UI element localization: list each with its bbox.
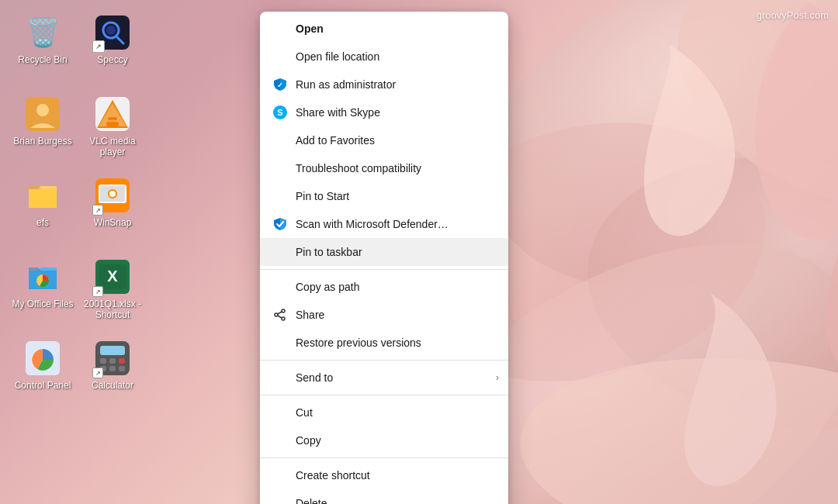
context-menu: Open Open file location ✓ Run as adminis… [260,12,508,504]
svg-rect-15 [106,122,119,126]
desktop-icon-my-office-files[interactable]: My Office Files [8,252,78,333]
desktop-icon-control-panel[interactable]: Control Panel [8,333,78,415]
desktop-icon-brian-burgess[interactable]: Brian Burgess [8,89,78,171]
desktop-icon-efs[interactable]: efs [8,171,78,252]
menu-item-restore-versions[interactable]: Restore previous versions [260,329,508,357]
svg-rect-31 [100,358,106,364]
icon-label-calculator: Calculator [92,380,133,391]
menu-item-copy[interactable]: Copy [260,426,508,454]
menu-item-troubleshoot[interactable]: Troubleshoot compatibility [260,154,508,182]
menu-icon-troubleshoot [272,161,288,176]
menu-item-pin-start[interactable]: Pin to Start [260,182,508,210]
desktop-icons: 🗑️ Recycle Bin ↗ Speccy [8,8,147,496]
icon-label-vlc: VLC media player [81,136,144,158]
icon-label-winsnap: WinSnap [94,217,132,228]
desktop-icon-vlc[interactable]: VLC media player [78,89,147,171]
icon-label-recycle-bin: Recycle Bin [18,54,67,65]
svg-rect-36 [119,366,125,371]
divider-1 [260,269,508,270]
svg-line-41 [278,312,282,314]
desktop: 🗑️ Recycle Bin ↗ Speccy [0,0,838,504]
menu-icon-share-skype: S [272,105,288,120]
menu-icon-create-shortcut [272,468,288,483]
desktop-icon-recycle-bin[interactable]: 🗑️ Recycle Bin [8,8,78,89]
icon-label-excel-shortcut: 2001Q1.xlsx - Shortcut [81,299,144,321]
desktop-icon-speccy[interactable]: ↗ Speccy [78,8,147,89]
menu-icon-send-to [272,370,288,385]
menu-icon-pin-start [272,188,288,204]
svg-point-9 [106,26,116,35]
desktop-icon-excel-shortcut[interactable]: X ↗ 2001Q1.xlsx - Shortcut [78,252,147,333]
svg-text:✓: ✓ [277,81,283,89]
menu-item-send-to[interactable]: Send to › [260,364,508,392]
svg-rect-22 [106,205,119,208]
menu-item-share-skype[interactable]: S Share with Skype [260,98,508,126]
svg-point-38 [282,309,285,312]
menu-icon-pin-taskbar [272,244,288,260]
submenu-arrow-send-to: › [496,372,499,383]
svg-point-11 [36,104,49,116]
svg-rect-33 [119,358,125,364]
desktop-icon-calculator[interactable]: ↗ Calculator [78,333,147,415]
menu-item-open-file-location[interactable]: Open file location [260,43,508,71]
svg-point-40 [275,313,278,316]
svg-rect-16 [108,117,117,120]
menu-item-open[interactable]: Open [260,15,508,43]
menu-item-run-as-admin[interactable]: ✓ Run as administrator [260,71,508,98]
icon-label-my-office-files: My Office Files [12,299,73,309]
divider-4 [260,457,508,458]
menu-icon-run-as-admin: ✓ [272,77,288,92]
menu-item-scan-defender[interactable]: Scan with Microsoft Defender… [260,210,508,238]
watermark: groovyPost.com [757,9,829,21]
desktop-icon-winsnap[interactable]: ↗ WinSnap [78,171,147,252]
menu-item-cut[interactable]: Cut [260,399,508,426]
divider-2 [260,360,508,361]
svg-point-39 [282,317,285,320]
menu-icon-copy-path [272,279,288,295]
svg-line-42 [278,316,282,318]
icon-label-control-panel: Control Panel [15,380,71,391]
menu-icon-open [272,21,288,36]
menu-icon-copy [272,433,288,448]
svg-rect-35 [109,366,116,371]
menu-item-add-favorites[interactable]: Add to Favorites [260,126,508,154]
menu-item-create-shortcut[interactable]: Create shortcut [260,461,508,489]
menu-icon-cut [272,405,288,420]
svg-point-21 [109,191,116,197]
menu-icon-delete [272,495,288,504]
menu-icon-share [272,307,288,323]
menu-item-copy-path[interactable]: Copy as path [260,273,508,301]
menu-icon-add-favorites [272,133,288,148]
svg-rect-32 [109,358,116,364]
icon-label-speccy: Speccy [97,54,127,65]
menu-item-delete[interactable]: Delete [260,489,508,504]
menu-icon-restore-versions [272,335,288,350]
icon-label-brian-burgess: Brian Burgess [13,136,71,147]
menu-icon-scan-defender [272,216,288,232]
svg-rect-30 [100,346,125,355]
divider-3 [260,395,508,395]
icon-label-efs: efs [36,217,49,228]
menu-item-pin-taskbar[interactable]: Pin to taskbar [260,238,508,266]
svg-text:X: X [107,268,118,285]
menu-item-share[interactable]: Share [260,301,508,329]
menu-icon-open-file-location [272,49,288,64]
